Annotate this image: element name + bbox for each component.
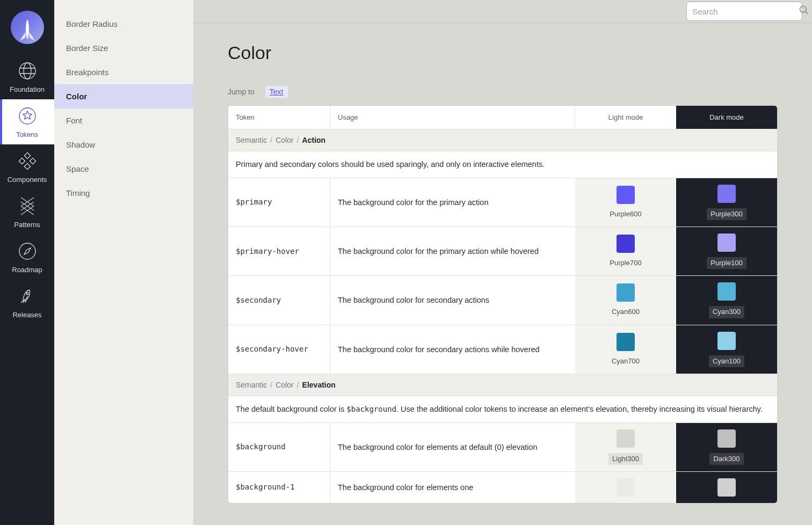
nav-releases[interactable]: Releases bbox=[0, 280, 54, 325]
color-swatch bbox=[617, 283, 635, 302]
color-swatch bbox=[717, 282, 736, 301]
color-swatch bbox=[617, 186, 635, 204]
swatch-label: Purple100 bbox=[707, 257, 746, 269]
svg-point-7 bbox=[19, 243, 35, 259]
subnav-timing[interactable]: Timing bbox=[54, 181, 193, 205]
breadcrumb-separator: / bbox=[297, 381, 299, 389]
svg-point-0 bbox=[19, 63, 35, 79]
svg-rect-4 bbox=[24, 163, 30, 169]
nav-patterns[interactable]: Patterns bbox=[0, 189, 54, 235]
color-swatch bbox=[617, 429, 635, 448]
subnav-space[interactable]: Space bbox=[54, 157, 193, 181]
subnav-border-size[interactable]: Border Size bbox=[54, 36, 193, 60]
nav-roadmap[interactable]: Roadmap bbox=[0, 235, 54, 280]
token-name: $secondary-hover bbox=[228, 325, 330, 374]
breadcrumb-separator: / bbox=[270, 381, 272, 389]
token-usage: The background color for secondary actio… bbox=[330, 325, 575, 374]
swatch-label: Purple700 bbox=[610, 258, 641, 268]
swatch-label: Cyan100 bbox=[709, 355, 744, 367]
light-swatch-cell: Purple600 bbox=[575, 178, 676, 227]
search-box[interactable] bbox=[686, 2, 802, 21]
color-swatch bbox=[717, 234, 736, 252]
light-swatch-cell: Cyan600 bbox=[575, 276, 676, 324]
token-name: $primary-hover bbox=[228, 227, 330, 275]
swatch-label: Cyan700 bbox=[612, 356, 640, 366]
table-row: $primaryThe background color for the pri… bbox=[228, 178, 777, 227]
th-token: Token bbox=[228, 106, 330, 129]
th-light: Light mode bbox=[575, 106, 676, 129]
page-title: Color bbox=[228, 42, 778, 63]
search-input[interactable] bbox=[692, 7, 794, 16]
dark-swatch-cell: Dark300 bbox=[676, 423, 777, 471]
primary-nav: Foundation Tokens Components Patterns Ro bbox=[0, 0, 54, 525]
jump-to-text-link[interactable]: Text bbox=[265, 86, 288, 98]
nav-roadmap-label: Roadmap bbox=[12, 266, 42, 274]
svg-point-9 bbox=[800, 6, 807, 13]
svg-rect-6 bbox=[30, 158, 35, 164]
breadcrumb-segment: Semantic bbox=[236, 136, 267, 144]
app-logo[interactable] bbox=[0, 0, 54, 54]
compass-icon bbox=[17, 241, 38, 261]
subnav-border-radius[interactable]: Border Radius bbox=[54, 12, 193, 36]
table-row: $secondaryThe background color for secon… bbox=[228, 276, 777, 325]
breadcrumb-segment: Semantic bbox=[236, 381, 267, 389]
table-section-head: Semantic/Color/Elevation bbox=[228, 374, 777, 396]
nav-tokens[interactable]: Tokens bbox=[0, 99, 54, 144]
section-description: The default background color is $backgro… bbox=[228, 396, 777, 423]
light-swatch-cell: Light300 bbox=[575, 423, 676, 471]
token-usage: The background color for elements one bbox=[330, 472, 575, 503]
dark-swatch-cell bbox=[676, 472, 777, 503]
swatch-label: Purple300 bbox=[707, 208, 746, 220]
breadcrumb-segment: Color bbox=[276, 381, 293, 389]
breadcrumb-segment: Color bbox=[276, 136, 293, 144]
dark-swatch-cell: Cyan100 bbox=[676, 325, 777, 374]
subnav-breakpoints[interactable]: Breakpoints bbox=[54, 60, 193, 84]
subnav-shadow[interactable]: Shadow bbox=[54, 133, 193, 157]
token-name: $background-1 bbox=[228, 472, 330, 503]
lattice-icon bbox=[17, 196, 38, 216]
svg-rect-5 bbox=[19, 158, 25, 164]
swatch-label: Cyan300 bbox=[709, 306, 744, 318]
color-swatch bbox=[717, 429, 736, 448]
token-usage: The background color for elements at def… bbox=[330, 423, 575, 471]
coin-star-icon bbox=[17, 106, 38, 126]
token-name: $background bbox=[228, 423, 330, 471]
search-icon bbox=[799, 5, 809, 18]
svg-point-1 bbox=[24, 63, 31, 79]
color-swatch bbox=[717, 332, 736, 350]
dark-swatch-cell: Purple100 bbox=[676, 227, 777, 275]
nav-components[interactable]: Components bbox=[0, 144, 54, 189]
color-swatch bbox=[617, 333, 635, 351]
secondary-nav: Border Radius Border Size Breakpoints Co… bbox=[54, 0, 193, 525]
nav-patterns-label: Patterns bbox=[14, 221, 40, 229]
breadcrumb-segment: Action bbox=[302, 136, 326, 144]
svg-point-8 bbox=[26, 293, 28, 295]
swatch-label: Purple600 bbox=[610, 209, 641, 219]
color-swatch bbox=[717, 478, 736, 497]
swatch-label: Dark300 bbox=[709, 453, 743, 465]
color-swatch bbox=[617, 235, 635, 253]
main-content: Color Jump to Text Token Usage Light mod… bbox=[193, 0, 812, 525]
table-row: $background-1The background color for el… bbox=[228, 472, 777, 503]
color-swatch bbox=[717, 185, 736, 203]
token-name: $secondary bbox=[228, 276, 330, 324]
subnav-font[interactable]: Font bbox=[54, 108, 193, 133]
breadcrumb-separator: / bbox=[297, 136, 299, 144]
table-section-head: Semantic/Color/Action bbox=[228, 129, 777, 151]
jump-to-label: Jump to bbox=[228, 88, 255, 96]
nav-tokens-label: Tokens bbox=[16, 130, 38, 138]
subnav-color[interactable]: Color bbox=[54, 84, 193, 108]
th-dark: Dark mode bbox=[676, 106, 777, 129]
token-name: $primary bbox=[228, 178, 330, 227]
swatch-label: Cyan600 bbox=[612, 307, 640, 317]
table-row: $primary-hoverThe background color for t… bbox=[228, 227, 777, 276]
nav-foundation[interactable]: Foundation bbox=[0, 54, 54, 99]
topbar bbox=[193, 0, 812, 23]
dark-swatch-cell: Cyan300 bbox=[676, 276, 777, 324]
jump-to-bar: Jump to Text bbox=[228, 86, 778, 98]
globe-icon bbox=[17, 61, 38, 81]
light-swatch-cell bbox=[575, 472, 676, 503]
table-header: Token Usage Light mode Dark mode bbox=[228, 106, 777, 129]
section-description: Primary and secondary colors should be u… bbox=[228, 151, 777, 178]
color-swatch bbox=[617, 478, 635, 497]
